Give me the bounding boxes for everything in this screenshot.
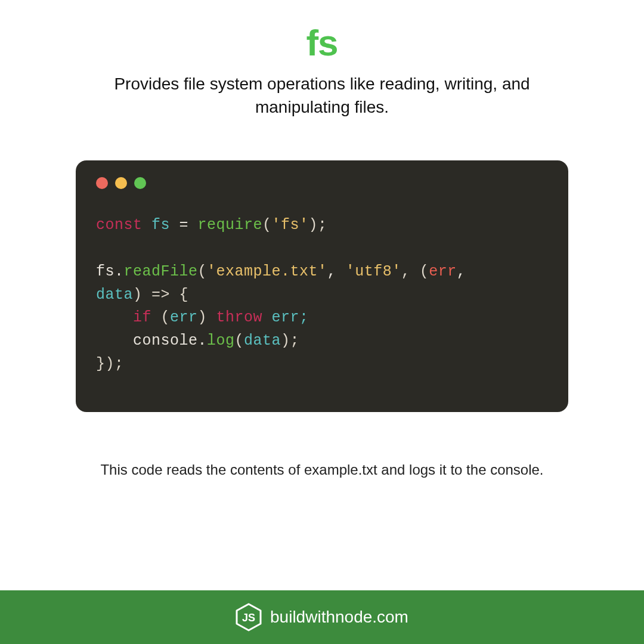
page-subtitle: Provides file system operations like rea… — [78, 72, 566, 119]
code-caption: This code reads the contents of example.… — [100, 460, 543, 481]
window-controls — [96, 177, 548, 189]
main-content: fs Provides file system operations like … — [0, 0, 644, 590]
nodejs-logo-icon: JS — [236, 603, 262, 631]
footer-site: buildwithnode.com — [270, 608, 408, 627]
minimize-icon — [115, 177, 127, 189]
code-block: const fs = require('fs'); fs.readFile('e… — [96, 214, 548, 376]
code-card: const fs = require('fs'); fs.readFile('e… — [76, 160, 568, 411]
svg-text:JS: JS — [242, 612, 255, 624]
close-icon — [96, 177, 108, 189]
footer: JS buildwithnode.com — [0, 590, 644, 644]
page-title: fs — [306, 21, 338, 64]
zoom-icon — [134, 177, 146, 189]
